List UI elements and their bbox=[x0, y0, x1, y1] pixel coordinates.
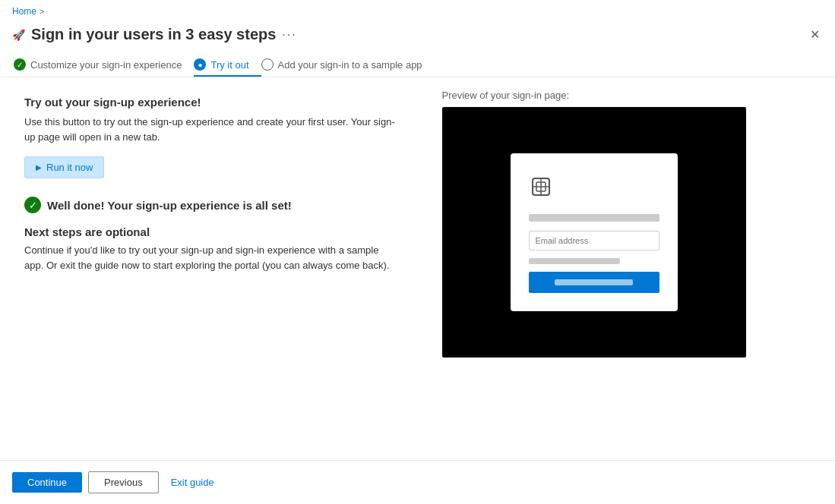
step-2-label: Try it out bbox=[210, 59, 248, 71]
rocket-icon: 🚀 bbox=[12, 29, 25, 41]
card-email-input[interactable] bbox=[529, 231, 659, 250]
continue-button[interactable]: Continue bbox=[12, 472, 82, 493]
success-check-icon: ✓ bbox=[24, 197, 41, 213]
breadcrumb-home[interactable]: Home bbox=[12, 6, 36, 17]
step-2-active-icon: ● bbox=[194, 58, 206, 71]
next-steps-desc: Continue if you'd like to try out your s… bbox=[24, 243, 400, 272]
close-icon[interactable]: ✕ bbox=[807, 24, 823, 45]
card-logo-icon bbox=[529, 175, 659, 203]
section1-desc: Use this button to try out the sign-up e… bbox=[24, 115, 400, 144]
step-3-empty-icon bbox=[261, 58, 274, 71]
step-3[interactable]: Add your sign-in to a sample app bbox=[261, 52, 435, 77]
success-row: ✓ Well done! Your sign-up experience is … bbox=[24, 197, 400, 213]
preview-box bbox=[442, 107, 746, 358]
step-3-label: Add your sign-in to a sample app bbox=[278, 59, 422, 71]
success-text: Well done! Your sign-up experience is al… bbox=[47, 199, 292, 212]
preview-label: Preview of your sign-in page: bbox=[442, 90, 818, 101]
next-steps-title: Next steps are optional bbox=[24, 225, 400, 238]
exit-guide-button[interactable]: Exit guide bbox=[165, 472, 220, 493]
main-content: Try out your sign-up experience! Use thi… bbox=[0, 77, 835, 460]
step-1[interactable]: ✓ Customize your sign-in experience bbox=[14, 52, 194, 77]
card-name-bar bbox=[529, 214, 659, 222]
step-2[interactable]: ● Try it out bbox=[194, 52, 261, 77]
previous-button[interactable]: Previous bbox=[88, 471, 159, 493]
breadcrumb: Home > bbox=[12, 6, 823, 20]
step-1-label: Customize your sign-in experience bbox=[30, 59, 182, 71]
footer: Continue Previous Exit guide bbox=[0, 460, 835, 504]
right-panel: Preview of your sign-in page: bbox=[424, 77, 836, 460]
steps-row: ✓ Customize your sign-in experience ● Tr… bbox=[12, 52, 823, 77]
breadcrumb-separator: > bbox=[40, 7, 44, 16]
play-icon: ▶ bbox=[36, 163, 42, 172]
more-options-icon[interactable]: ··· bbox=[282, 28, 296, 42]
card-submit-button[interactable] bbox=[529, 272, 659, 293]
left-panel: Try out your sign-up experience! Use thi… bbox=[0, 77, 424, 460]
card-password-bar bbox=[529, 258, 620, 264]
step-1-check-icon: ✓ bbox=[14, 58, 26, 71]
title-left: 🚀 Sign in your users in 3 easy steps ··· bbox=[12, 26, 297, 43]
section1-title: Try out your sign-up experience! bbox=[24, 96, 400, 109]
run-it-now-button[interactable]: ▶ Run it now bbox=[24, 156, 104, 178]
card-submit-inner bbox=[555, 279, 633, 285]
title-row: 🚀 Sign in your users in 3 easy steps ···… bbox=[12, 20, 823, 52]
run-button-label: Run it now bbox=[46, 162, 93, 173]
sign-in-card bbox=[511, 153, 678, 311]
page-title: Sign in your users in 3 easy steps bbox=[31, 26, 276, 43]
